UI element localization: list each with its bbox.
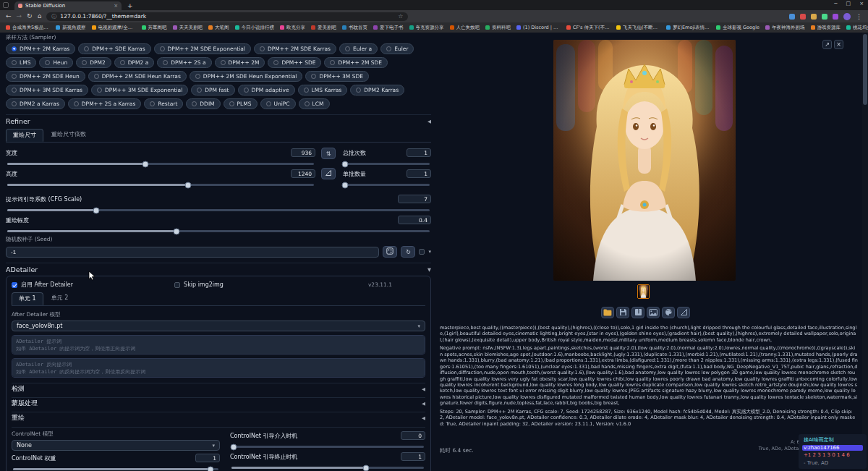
browser-tab[interactable]: Stable Diffusion × <box>14 1 122 10</box>
batch-size-slider[interactable] <box>344 184 430 186</box>
refresh-button[interactable]: ↻ <box>27 13 33 20</box>
tab-close-icon[interactable]: × <box>114 3 118 9</box>
send-to-extras-button[interactable] <box>647 307 660 318</box>
bookmark-item[interactable]: 桃花坞分享 <box>846 25 868 31</box>
inpaint-accordion[interactable]: 重绘◀ <box>12 412 425 421</box>
controlnet-end-slider[interactable] <box>231 467 424 469</box>
sampler-option[interactable]: DPM++ 2M SDE <box>324 57 388 68</box>
random-seed-button[interactable] <box>383 246 397 258</box>
sampler-option[interactable]: DPM++ 2M SDE Heun Exponential <box>190 71 303 82</box>
adetailer-prompt-input[interactable] <box>12 335 425 355</box>
enable-adetailer-checkbox[interactable] <box>12 282 17 288</box>
batch-count-value[interactable]: 1 <box>407 148 431 157</box>
bookmark-item[interactable]: 电视剧观摩/全字幕电视 <box>92 25 136 31</box>
adetailer-negative-prompt-input[interactable] <box>12 358 425 378</box>
adetailer-model-dropdown[interactable]: face_yolov8n.pt ▾ <box>12 321 425 331</box>
sampler-option[interactable]: DPM2 Karras <box>350 85 404 96</box>
url-text[interactable]: 127.0.0.1:7860/?__theme=dark <box>60 13 394 20</box>
slider-thumb[interactable] <box>230 444 237 450</box>
address-bar[interactable]: ⓘ 127.0.0.1:7860/?__theme=dark ☆ <box>46 12 408 21</box>
home-button[interactable]: ⌂ <box>38 13 42 20</box>
sampler-option[interactable]: DPM++ 2M <box>215 57 265 68</box>
sampler-option[interactable]: DPM++ 2M SDE Exponential <box>154 43 251 54</box>
sampler-option[interactable]: Heun <box>39 57 73 68</box>
save-zip-button[interactable] <box>631 307 644 318</box>
sampler-option[interactable]: DPM++ 2M SDE Heun Karras <box>88 71 187 82</box>
tab-resize-1[interactable]: 重绘尺寸 <box>6 129 43 142</box>
scrollbar-thumb[interactable] <box>863 34 867 105</box>
slider-thumb[interactable] <box>173 228 179 234</box>
extension-icon[interactable] <box>822 14 827 20</box>
bookmark-item[interactable]: 欧克分享 <box>280 25 305 31</box>
slider-thumb[interactable] <box>185 182 192 188</box>
bookmark-item[interactable]: 书耽首页 <box>342 25 367 31</box>
site-info-icon[interactable]: ⓘ <box>51 13 56 20</box>
sampler-option[interactable]: DPM++ SDE Karras <box>78 43 150 54</box>
denoising-slider[interactable] <box>7 230 430 232</box>
minimize-button[interactable]: ─ <box>834 1 837 7</box>
close-button[interactable]: × <box>859 1 864 7</box>
sampler-option[interactable]: LMS <box>6 57 36 68</box>
seed-input[interactable] <box>6 247 379 258</box>
sampler-option[interactable]: DPM adaptive <box>238 85 295 96</box>
page-scrollbar[interactable] <box>862 33 868 471</box>
sampler-option[interactable]: DPM fast <box>191 85 234 96</box>
slider-thumb[interactable] <box>342 182 349 188</box>
bookmark-item[interactable]: CF's 传天下(不是)盒子! <box>566 25 610 31</box>
refiner-accordion[interactable]: Refiner ◀ <box>6 114 431 125</box>
sampler-option[interactable]: DPM++ 2M SDE Karras <box>254 43 336 54</box>
width-slider[interactable] <box>7 163 314 165</box>
bookmark-item[interactable]: 飞天飞仙(不断更新中) pcl2 <box>616 25 660 31</box>
sampler-option[interactable]: DPM++ 2M SDE Heun <box>6 71 85 82</box>
save-image-button[interactable] <box>616 307 629 318</box>
batch-size-value[interactable]: 1 <box>407 169 431 178</box>
controlnet-model-dropdown[interactable]: None ▾ <box>12 440 220 451</box>
controlnet-end-value[interactable]: 1 <box>401 452 425 461</box>
back-button[interactable]: ← <box>6 13 12 20</box>
controlnet-weight-value[interactable]: 1 <box>195 454 220 462</box>
bookmark-item[interactable]: 游戏资源库 <box>811 25 841 31</box>
generated-image[interactable] <box>553 40 736 281</box>
new-tab-button[interactable]: + <box>127 1 133 10</box>
bookmark-item[interactable]: 新视角观察 <box>56 25 86 31</box>
batch-count-slider[interactable] <box>344 163 430 165</box>
close-image-button[interactable]: × <box>834 40 843 49</box>
slider-thumb[interactable] <box>207 466 213 471</box>
sampler-option[interactable]: LCM <box>299 98 330 109</box>
sampler-option[interactable]: UniPC <box>260 98 296 109</box>
sampler-option[interactable]: DPM++ 2M Karras <box>6 43 75 54</box>
sampler-option[interactable]: DPM2 a Karras <box>6 98 65 109</box>
gallery-thumbnail[interactable] <box>637 284 650 299</box>
sampler-option[interactable]: DPM2 <box>76 57 111 68</box>
controlnet-weight-slider[interactable] <box>13 468 218 470</box>
bookmark-item[interactable]: 爱下电子书 <box>373 25 404 31</box>
sampler-option[interactable]: Euler <box>380 43 414 54</box>
sampler-option[interactable]: DPM++ 3M SDE Karras <box>6 85 88 96</box>
bookmark-item[interactable]: 大笔阁 <box>208 25 229 31</box>
forward-button[interactable]: → <box>17 13 22 20</box>
bookmark-item[interactable]: 午夜神海外剧场 <box>765 25 805 31</box>
height-slider[interactable] <box>7 184 314 186</box>
sampler-option[interactable]: PLMS <box>224 98 258 109</box>
adetailer-accordion[interactable]: ADetailer ▼ <box>6 263 431 273</box>
bookmark-star-icon[interactable]: ☆ <box>398 13 403 20</box>
profile-avatar[interactable] <box>843 13 851 20</box>
tab-resize-2[interactable]: 重绘尺寸倍数 <box>45 129 93 142</box>
bookmark-item[interactable]: 夸克资源分享 <box>409 25 444 31</box>
sampler-option[interactable]: DPM++ SDE <box>268 57 321 68</box>
bookmark-item[interactable]: 全球影视 Google <box>716 25 760 31</box>
bookmark-item[interactable]: 合成海关5极品资源站 <box>6 25 50 31</box>
sampler-option[interactable]: Euler a <box>339 43 378 54</box>
bookmark-item[interactable]: 天天美剧吧 <box>173 25 203 31</box>
sampler-option[interactable]: Restart <box>144 98 183 109</box>
bookmark-item[interactable]: 爱美剧吧 <box>311 25 336 31</box>
skip-img2img-checkbox[interactable] <box>174 282 180 288</box>
extension-icon[interactable] <box>811 14 817 20</box>
tab-adetailer-unit-1[interactable]: 单元 1 <box>12 292 43 305</box>
size-from-image-button[interactable] <box>321 168 336 179</box>
sampler-option[interactable]: DPM++ 3M SDE <box>305 71 369 82</box>
sampler-option[interactable]: DPM++ 2S a <box>157 57 211 68</box>
sampler-option[interactable]: LMS Karras <box>298 85 348 96</box>
extra-seed-checkbox[interactable] <box>419 249 425 255</box>
detection-accordion[interactable]: 检测◀ <box>12 383 425 392</box>
